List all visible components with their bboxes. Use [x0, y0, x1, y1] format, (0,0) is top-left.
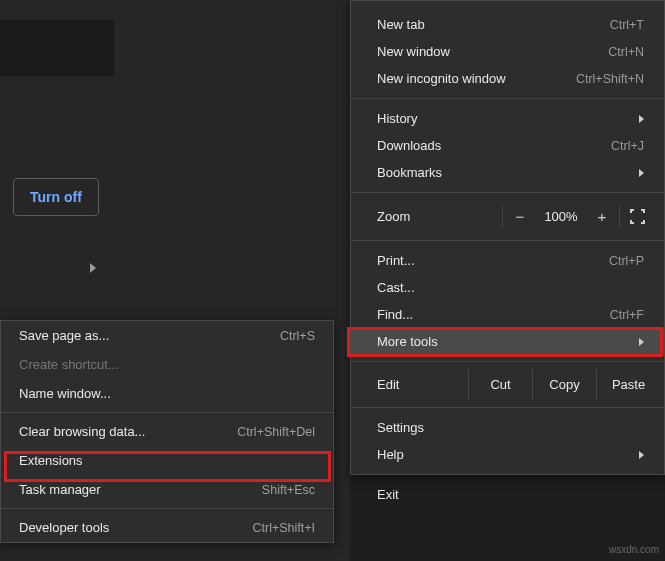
menu-item-shortcut: Ctrl+T: [610, 18, 644, 32]
menu-item-label: More tools: [377, 334, 438, 349]
zoom-label: Zoom: [377, 209, 502, 224]
submenu-name-window[interactable]: Name window...: [1, 379, 333, 408]
menu-item-shortcut: Ctrl+F: [610, 308, 644, 322]
menu-find[interactable]: Find... Ctrl+F: [351, 301, 664, 328]
menu-item-shortcut: Ctrl+P: [609, 254, 644, 268]
menu-separator: [351, 361, 664, 362]
menu-settings[interactable]: Settings: [351, 414, 664, 441]
menu-item-label: New window: [377, 44, 450, 59]
menu-item-label: Find...: [377, 307, 413, 322]
submenu-item-label: Save page as...: [19, 328, 109, 343]
submenu-developer-tools[interactable]: Developer tools Ctrl+Shift+I: [1, 513, 333, 542]
submenu-item-label: Clear browsing data...: [19, 424, 145, 439]
menu-bookmarks[interactable]: Bookmarks: [351, 159, 664, 186]
menu-item-shortcut: Ctrl+N: [608, 45, 644, 59]
chevron-right-icon: [639, 169, 644, 177]
tab-strip-placeholder: [0, 20, 114, 76]
submenu-item-shortcut: Shift+Esc: [262, 483, 315, 497]
submenu-item-shortcut: Ctrl+Shift+I: [252, 521, 315, 535]
more-tools-submenu: Save page as... Ctrl+S Create shortcut..…: [0, 320, 334, 543]
menu-item-shortcut: Ctrl+Shift+N: [576, 72, 644, 86]
menu-item-label: New tab: [377, 17, 425, 32]
submenu-separator: [1, 412, 333, 413]
menu-downloads[interactable]: Downloads Ctrl+J: [351, 132, 664, 159]
menu-edit-row: Edit Cut Copy Paste: [351, 368, 664, 401]
submenu-item-label: Task manager: [19, 482, 101, 497]
menu-separator: [351, 98, 664, 99]
menu-item-label: Downloads: [377, 138, 441, 153]
submenu-save-page[interactable]: Save page as... Ctrl+S: [1, 321, 333, 350]
menu-new-tab[interactable]: New tab Ctrl+T: [351, 11, 664, 38]
submenu-item-shortcut: Ctrl+S: [280, 329, 315, 343]
edit-copy-button[interactable]: Copy: [532, 369, 596, 400]
menu-print[interactable]: Print... Ctrl+P: [351, 247, 664, 274]
edit-label: Edit: [377, 377, 468, 392]
menu-help[interactable]: Help: [351, 441, 664, 468]
menu-separator: [351, 192, 664, 193]
chevron-right-icon: [639, 115, 644, 123]
menu-item-label: Bookmarks: [377, 165, 442, 180]
submenu-item-label: Name window...: [19, 386, 111, 401]
menu-separator: [351, 407, 664, 408]
menu-more-tools[interactable]: More tools: [351, 328, 664, 355]
menu-exit[interactable]: Exit: [351, 481, 664, 508]
zoom-value: 100%: [537, 209, 585, 224]
menu-new-incognito[interactable]: New incognito window Ctrl+Shift+N: [351, 65, 664, 92]
submenu-item-label: Developer tools: [19, 520, 109, 535]
submenu-create-shortcut: Create shortcut...: [1, 350, 333, 379]
menu-item-label: Cast...: [377, 280, 415, 295]
menu-separator: [351, 474, 664, 475]
chrome-main-menu: New tab Ctrl+T New window Ctrl+N New inc…: [350, 0, 665, 475]
menu-item-label: Exit: [377, 487, 399, 502]
menu-item-label: History: [377, 111, 417, 126]
zoom-in-button[interactable]: +: [585, 202, 619, 231]
menu-cast[interactable]: Cast...: [351, 274, 664, 301]
edit-cut-button[interactable]: Cut: [468, 369, 532, 400]
submenu-item-label: Extensions: [19, 453, 83, 468]
submenu-separator: [1, 508, 333, 509]
menu-new-window[interactable]: New window Ctrl+N: [351, 38, 664, 65]
fullscreen-button[interactable]: [620, 203, 654, 231]
menu-item-label: Print...: [377, 253, 415, 268]
watermark-text: wsxdn.com: [609, 544, 659, 555]
fullscreen-icon: [630, 209, 645, 224]
chevron-right-icon: [90, 263, 96, 273]
edit-paste-button[interactable]: Paste: [596, 369, 660, 400]
submenu-item-shortcut: Ctrl+Shift+Del: [237, 425, 315, 439]
chevron-right-icon: [639, 338, 644, 346]
menu-zoom-row: Zoom − 100% +: [351, 199, 664, 234]
submenu-clear-browsing-data[interactable]: Clear browsing data... Ctrl+Shift+Del: [1, 417, 333, 446]
submenu-extensions[interactable]: Extensions: [1, 446, 333, 475]
chevron-right-icon: [639, 451, 644, 459]
zoom-out-button[interactable]: −: [503, 202, 537, 231]
menu-item-label: New incognito window: [377, 71, 506, 86]
menu-item-shortcut: Ctrl+J: [611, 139, 644, 153]
menu-item-label: Settings: [377, 420, 424, 435]
menu-history[interactable]: History: [351, 105, 664, 132]
turn-off-button[interactable]: Turn off: [13, 178, 99, 216]
submenu-item-label: Create shortcut...: [19, 357, 119, 372]
submenu-task-manager[interactable]: Task manager Shift+Esc: [1, 475, 333, 504]
menu-separator: [351, 240, 664, 241]
menu-item-label: Help: [377, 447, 404, 462]
